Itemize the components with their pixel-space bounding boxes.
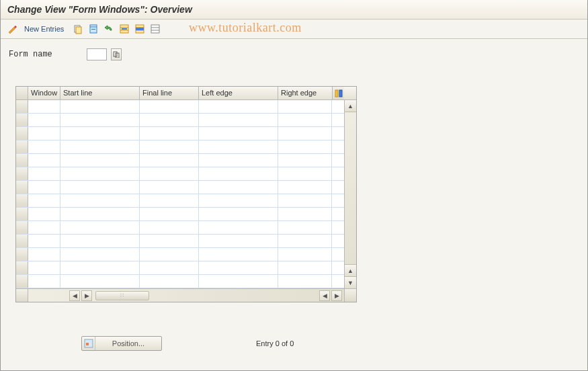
table-row[interactable] [16,275,344,288]
svg-rect-8 [122,28,127,30]
table-header-row: Window Start line Final line Left edge R… [16,87,356,100]
scroll-up-icon[interactable]: ▲ [345,100,356,112]
svg-rect-4 [91,29,95,30]
scroll-left-end-icon[interactable]: ◀ [319,290,330,301]
table-row[interactable] [16,261,344,275]
undo-icon[interactable] [102,22,116,36]
table-row[interactable] [16,100,344,114]
position-label: Position... [95,339,161,347]
position-button[interactable]: Position... [81,336,162,351]
table-row[interactable] [16,154,344,167]
scroll-right-end-icon[interactable]: ▶ [331,290,342,301]
page-title: Change View "Form Windows": Overview [7,4,192,15]
svg-rect-19 [339,90,342,97]
entry-counter: Entry 0 of 0 [256,339,294,347]
svg-rect-1 [76,27,81,34]
table-body [16,100,344,288]
scroll-left-icon[interactable]: ◀ [69,290,80,301]
scroll-down-icon[interactable]: ▼ [345,276,356,288]
table-row[interactable] [16,181,344,194]
column-header-right-edge[interactable]: Right edge [278,87,332,99]
select-all-icon[interactable] [118,22,131,36]
column-header-left-edge[interactable]: Left edge [199,87,278,99]
table-row[interactable] [16,248,344,261]
selection-form: Form name [1,39,587,67]
delete-icon[interactable] [87,22,100,36]
scroll-down-icon[interactable]: ▲ [345,264,356,276]
table-row[interactable] [16,127,344,140]
column-header-window[interactable]: Window [28,87,60,99]
new-entries-button[interactable]: New Entries [24,25,64,33]
copy-as-icon[interactable] [71,22,85,36]
table-row[interactable] [16,194,344,208]
table-row[interactable] [16,235,344,248]
select-block-icon[interactable] [133,22,146,36]
watermark-text: www.tutorialkart.com [189,21,302,35]
scroll-right-icon[interactable]: ▶ [81,290,92,301]
svg-rect-12 [136,28,144,30]
table-row[interactable] [16,167,344,181]
search-help-icon[interactable] [111,48,122,60]
position-icon [82,337,95,350]
column-header-start-line[interactable]: Start line [60,87,140,99]
table-row[interactable] [16,208,344,221]
horizontal-scrollbar[interactable]: ◀ ▶ ∷ ◀ ▶ [16,288,356,302]
table-row[interactable] [16,114,344,127]
column-header-final-line[interactable]: Final line [140,87,199,99]
table-row[interactable] [16,140,344,154]
form-name-input[interactable] [87,48,107,60]
table-settings-icon[interactable] [332,87,344,99]
svg-rect-21 [86,343,89,345]
application-toolbar: New Entries www.tutorialkart.com [1,19,587,39]
toggle-view-icon[interactable] [6,22,19,36]
deselect-all-icon[interactable] [149,22,162,36]
select-all-column-header[interactable] [16,87,28,99]
title-bar: Change View "Form Windows": Overview [1,0,587,19]
svg-rect-18 [335,90,338,97]
svg-rect-13 [151,25,159,33]
scroll-thumb[interactable]: ∷ [95,291,149,300]
table-row[interactable] [16,221,344,235]
form-name-label: Form name [9,50,83,59]
footer-area: Position... Entry 0 of 0 [1,336,587,351]
vertical-scrollbar[interactable]: ▲ ▲ ▼ [344,100,356,288]
data-table: Window Start line Final line Left edge R… [15,86,357,302]
